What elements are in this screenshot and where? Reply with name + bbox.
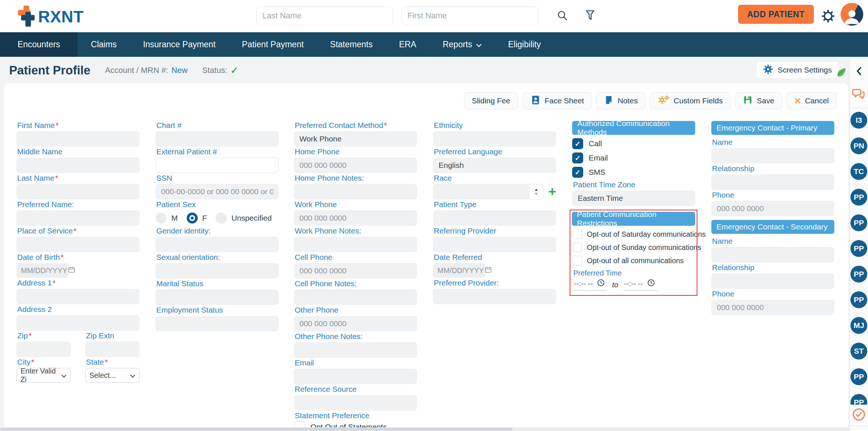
nav-item-patient-payment[interactable]: Patient Payment (229, 32, 317, 57)
middle-name-input[interactable] (16, 158, 139, 173)
primary-name-input[interactable] (711, 148, 834, 163)
nav-item-eligibility[interactable]: Eligibility (495, 32, 554, 57)
last-name-search-input[interactable] (256, 7, 393, 25)
nav-item-reports[interactable]: Reports (429, 32, 495, 57)
badge-pp-7[interactable]: PP (850, 394, 867, 405)
badge-pp-1[interactable]: PP (850, 189, 867, 206)
add-patient-button[interactable]: ADD PATIENT (738, 5, 814, 24)
badge-pn[interactable]: PN (850, 137, 867, 154)
opt-out-saturday-checkbox[interactable] (573, 229, 582, 239)
time-from-input[interactable]: --:-- -- (573, 279, 607, 291)
badge-pp-2[interactable]: PP (850, 214, 867, 231)
last-name-input[interactable] (16, 184, 139, 199)
cell-phone-input[interactable] (294, 263, 417, 279)
horizontal-scrollbar[interactable] (0, 427, 849, 431)
patient-type-input[interactable] (433, 210, 556, 226)
cancel-button[interactable]: × Cancel (787, 92, 837, 109)
race-spinner[interactable]: ▲ ▼ (529, 184, 544, 199)
ethnicity-input[interactable] (433, 131, 556, 147)
employment-status-input[interactable] (156, 316, 279, 331)
add-race-button[interactable]: + (548, 185, 556, 198)
nav-item-era[interactable]: ERA (386, 32, 429, 57)
rxnt-logo[interactable]: RXNT (15, 4, 84, 29)
sex-unspecified-radio[interactable] (216, 213, 227, 224)
time-to-input[interactable]: --:-- -- (623, 279, 657, 291)
other-phone-input[interactable] (294, 316, 417, 331)
chart-input[interactable] (156, 131, 279, 147)
badge-tc[interactable]: TC (850, 163, 867, 180)
preferred-name-input[interactable] (16, 210, 139, 226)
opt-out-all-checkbox[interactable] (573, 256, 582, 265)
ssn-input[interactable] (156, 184, 279, 199)
address1-input[interactable] (16, 289, 139, 304)
first-name-input[interactable] (16, 131, 139, 147)
search-button[interactable] (556, 10, 568, 22)
email-checkbox[interactable]: ✓ (572, 152, 583, 163)
zip-extn-input[interactable] (85, 342, 139, 357)
preferred-provider-input[interactable] (433, 289, 556, 304)
city-select[interactable]: Enter Valid Zi (16, 368, 71, 383)
primary-relationship-input[interactable] (711, 174, 834, 190)
work-phone-notes-input[interactable] (294, 237, 417, 252)
home-phone-input[interactable] (294, 158, 417, 173)
badge-pp-6[interactable]: PP (850, 368, 867, 385)
preferred-contact-method-input[interactable] (294, 131, 417, 147)
primary-phone-input[interactable] (711, 201, 834, 216)
place-of-service-input[interactable] (16, 237, 139, 252)
badge-st[interactable]: ST (850, 343, 867, 360)
other-phone-notes-input[interactable] (294, 342, 417, 358)
secondary-phone-input[interactable] (711, 300, 834, 315)
clock-icon[interactable] (597, 279, 605, 288)
cell-phone-notes-input[interactable] (294, 290, 417, 305)
badge-mj[interactable]: MJ (850, 317, 867, 334)
user-avatar[interactable] (841, 3, 863, 26)
nav-item-insurance-payment[interactable]: Insurance Payment (130, 32, 229, 57)
date-referred-input[interactable]: MM/DD/YYYY (433, 263, 485, 278)
nav-item-claims[interactable]: Claims (78, 32, 130, 57)
call-checkbox[interactable]: ✓ (572, 138, 583, 149)
external-patient-input[interactable] (156, 158, 279, 173)
preferred-language-input[interactable] (433, 158, 556, 173)
badge-pp-5[interactable]: PP (850, 291, 867, 308)
secondary-name-input[interactable] (711, 247, 834, 262)
race-input[interactable] (433, 184, 529, 199)
home-phone-notes-input[interactable] (294, 184, 417, 199)
marital-status-input[interactable] (156, 290, 279, 305)
collapse-sidebar-button[interactable] (856, 67, 862, 77)
sexual-orientation-input[interactable] (156, 263, 279, 279)
sex-male-radio[interactable] (156, 213, 167, 224)
state-select[interactable]: Select... (85, 368, 139, 383)
sliding-fee-button[interactable]: Sliding Fee (464, 92, 518, 109)
zip-input[interactable] (16, 342, 71, 357)
nav-item-encounters[interactable]: Encounters (0, 32, 78, 57)
address2-input[interactable] (16, 315, 139, 331)
badge-pp-4[interactable]: PP (850, 266, 867, 283)
notes-button[interactable]: Notes (596, 92, 645, 109)
filter-button[interactable] (585, 10, 595, 22)
leaf-icon[interactable] (835, 67, 847, 80)
clock-icon[interactable] (647, 279, 655, 288)
check-circle-icon[interactable] (852, 408, 865, 423)
chat-icon[interactable] (852, 88, 865, 102)
nav-item-statements[interactable]: Statements (317, 32, 386, 57)
save-button[interactable]: Save (735, 92, 782, 109)
badge-i3[interactable]: I3 (850, 112, 867, 129)
sex-female-radio[interactable] (187, 213, 198, 224)
work-phone-input[interactable] (294, 210, 417, 226)
scrollbar-thumb[interactable] (0, 428, 513, 431)
gender-identity-input[interactable] (156, 237, 279, 252)
email-input[interactable] (294, 369, 417, 384)
face-sheet-button[interactable]: Face Sheet (523, 92, 592, 109)
custom-fields-button[interactable]: Custom Fields (650, 92, 730, 109)
badge-pp-3[interactable]: PP (850, 240, 867, 257)
account-mrn-value[interactable]: New (171, 66, 187, 75)
screen-settings-button[interactable]: Screen Settings (756, 61, 839, 79)
secondary-relationship-input[interactable] (711, 273, 834, 289)
date-of-birth-input[interactable]: MM/DD/YYYY (16, 263, 68, 278)
patient-time-zone-input[interactable] (572, 191, 695, 206)
opt-out-sunday-checkbox[interactable] (573, 243, 582, 252)
reference-source-input[interactable] (294, 395, 417, 410)
referring-provider-input[interactable] (433, 237, 556, 252)
settings-button[interactable] (821, 9, 835, 24)
sms-checkbox[interactable]: ✓ (572, 167, 583, 178)
